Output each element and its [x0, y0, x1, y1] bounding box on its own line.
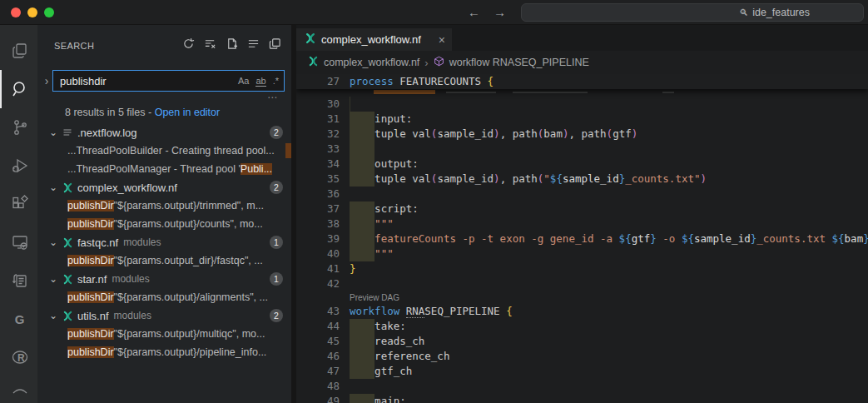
traffic-lights: [0, 7, 54, 17]
open-in-editor-link[interactable]: Open in editor: [155, 107, 221, 118]
code-line[interactable]: 36: [296, 187, 868, 202]
refresh-icon[interactable]: [182, 37, 195, 53]
breadcrumb: complex_workflow.nf › workflow RNASEQ_PI…: [296, 51, 868, 74]
search-result-file-row[interactable]: ⌄star.nfmodules1: [37, 270, 291, 288]
collapse-all-icon[interactable]: [247, 37, 260, 53]
close-window-icon[interactable]: [11, 7, 21, 17]
code-token: output:: [350, 157, 419, 170]
file-folder-description: modules: [112, 273, 149, 285]
search-result-match-row[interactable]: publishDir "${params.output}/counts", mo…: [37, 215, 291, 233]
code-text: [340, 276, 350, 291]
line-number: 37: [296, 202, 340, 216]
code-line[interactable]: 43workflow RNASEQ_PIPELINE {: [296, 304, 868, 319]
code-token: , path: [500, 127, 538, 140]
code-line[interactable]: 45 reads_ch: [296, 334, 868, 349]
toggle-replace-chevron-icon[interactable]: ›: [41, 74, 52, 87]
partial-bottom-icon[interactable]: [0, 376, 37, 396]
search-result-match-row[interactable]: publishDir "${params.output_dir}/fastqc"…: [37, 251, 291, 270]
code-token: RNA: [406, 305, 425, 318]
code-line[interactable]: 34 output:: [296, 157, 868, 172]
search-icon[interactable]: [0, 70, 37, 108]
forward-arrow-icon[interactable]: →: [494, 5, 506, 19]
code-line[interactable]: 41}: [296, 261, 868, 276]
regex-toggle[interactable]: .*: [273, 76, 279, 86]
search-result-match-row[interactable]: ...ThreadPoolManager - Thread pool 'Publ…: [37, 160, 291, 178]
notebook-renderer-icon[interactable]: [0, 261, 37, 300]
match-context-text: "${params.output}/counts", mo...: [114, 218, 263, 230]
breadcrumb-symbol[interactable]: workflow RNASEQ_PIPELINE: [449, 57, 589, 68]
code-token: take:: [350, 320, 406, 332]
minimize-window-icon[interactable]: [27, 7, 37, 17]
match-context-text: ...ThreadPoolManager - Thread pool ': [67, 163, 241, 175]
match-context-text: "${params.output}/pipeline_info...: [114, 346, 267, 358]
match-case-toggle[interactable]: Aa: [238, 76, 249, 86]
chevron-down-icon[interactable]: ⌄: [49, 310, 62, 321]
code-line[interactable]: 48: [296, 379, 868, 394]
code-line[interactable]: 33: [296, 142, 868, 157]
search-input[interactable]: [60, 75, 238, 87]
source-control-icon[interactable]: [0, 108, 37, 147]
search-result-match-row[interactable]: publishDir "${params.output}/trimmed", m…: [37, 197, 291, 215]
whole-word-toggle[interactable]: ab: [255, 76, 265, 87]
code-line[interactable]: 37 script:: [296, 202, 868, 216]
g-logo-icon[interactable]: G: [0, 300, 37, 338]
code-line[interactable]: 32 tuple val(sample_id), path(bam), path…: [296, 127, 868, 142]
view-as-tree-icon[interactable]: [269, 37, 281, 53]
code-line[interactable]: 30: [296, 97, 868, 112]
search-result-file-row[interactable]: ⌄fastqc.nfmodules1: [37, 233, 291, 251]
chevron-down-icon[interactable]: ⌄: [49, 127, 62, 138]
results-summary: 8 results in 5 files - Open in editor: [37, 104, 291, 122]
search-result-match-row[interactable]: publishDir "${params.output}/multiqc", m…: [37, 325, 291, 343]
extensions-icon[interactable]: [0, 185, 37, 223]
code-token: reference_ch: [350, 350, 449, 362]
code-token: gtf_ch: [350, 365, 412, 377]
toggle-search-details[interactable]: ⋯: [37, 92, 291, 104]
code-line[interactable]: 31 input:: [296, 112, 868, 127]
code-line[interactable]: 35 tuple val(sample_id), path("${sample_…: [296, 172, 868, 187]
code-line[interactable]: 46 reference_ch: [296, 349, 868, 364]
r-logo-icon[interactable]: R: [0, 338, 37, 376]
log-icon: [62, 127, 77, 137]
search-result-match-row[interactable]: publishDir "${params.output}/alignments"…: [37, 288, 291, 306]
code-line[interactable]: 27process FEATURECOUNTS {: [296, 74, 494, 89]
code-token: sample_id: [563, 172, 619, 185]
namespace-cube-icon: [434, 56, 444, 69]
code-token: process: [350, 75, 394, 87]
remote-explorer-icon[interactable]: [0, 223, 37, 261]
search-result-file-row[interactable]: ⌄complex_workflow.nf2: [37, 178, 291, 197]
chevron-down-icon[interactable]: ⌄: [49, 273, 62, 285]
explorer-icon[interactable]: [0, 32, 37, 70]
code-token: {: [488, 75, 494, 87]
code-line[interactable]: 39 featureCounts -p -t exon -g gene_id -…: [296, 231, 868, 246]
run-debug-icon[interactable]: [0, 147, 37, 185]
code-line[interactable]: 40 """: [296, 246, 868, 261]
sticky-scroll-line[interactable]: 27process FEATURECOUNTS {: [296, 74, 868, 89]
open-new-search-editor-icon[interactable]: [226, 37, 238, 53]
match-count-badge: 2: [270, 126, 283, 139]
chevron-down-icon[interactable]: ⌄: [49, 182, 62, 193]
code-line[interactable]: 47 gtf_ch: [296, 364, 868, 379]
code-editor[interactable]: 27process FEATURECOUNTS { 3031 input:32 …: [296, 74, 868, 403]
file-folder-description: modules: [114, 310, 151, 321]
codelens-preview-dag[interactable]: Preview DAG: [296, 291, 868, 304]
close-tab-icon[interactable]: ×: [439, 33, 445, 47]
search-result-file-row[interactable]: ⌄.nextflow.log2: [37, 123, 291, 142]
code-line[interactable]: 49 main:: [296, 394, 868, 403]
search-result-file-row[interactable]: ⌄utils.nfmodules2: [37, 306, 291, 325]
code-line[interactable]: 44 take:: [296, 319, 868, 334]
code-line[interactable]: 38 """: [296, 216, 868, 231]
code-token: _counts.txt": [625, 172, 700, 185]
tab-complex-workflow[interactable]: complex_workflow.nf ×: [296, 28, 452, 51]
command-center-search[interactable]: 🔍︎ ide_features: [521, 3, 864, 22]
code-text: reads_ch: [340, 334, 424, 349]
command-center-label: ide_features: [752, 7, 810, 18]
code-line[interactable]: 42: [296, 276, 868, 291]
search-results-tree: ⌄.nextflow.log2...ThreadPoolBuilder - Cr…: [37, 123, 291, 361]
search-result-match-row[interactable]: ...ThreadPoolBuilder - Creating thread p…: [37, 142, 291, 160]
maximize-window-icon[interactable]: [44, 7, 54, 17]
search-result-match-row[interactable]: publishDir "${params.output}/pipeline_in…: [37, 343, 291, 361]
breadcrumb-file[interactable]: complex_workflow.nf: [324, 57, 419, 68]
clear-search-results-icon[interactable]: [204, 37, 216, 53]
chevron-down-icon[interactable]: ⌄: [49, 236, 62, 248]
back-arrow-icon[interactable]: ←: [468, 5, 480, 19]
